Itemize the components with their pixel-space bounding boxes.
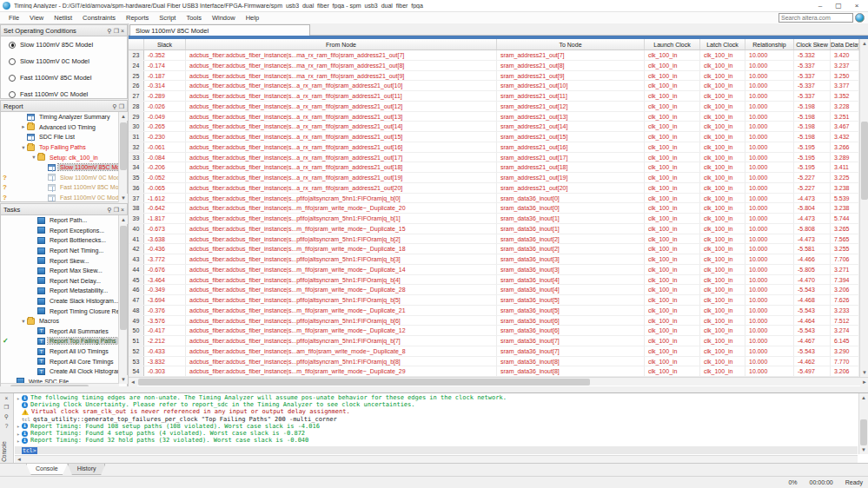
table-vscrollbar[interactable]: ▲ ▼ — [859, 39, 868, 377]
report-item[interactable]: Timing Analyzer Summary — [1, 112, 127, 122]
tasks-item[interactable]: TReport All Summaries — [1, 326, 127, 337]
table-row[interactable]: 30-0.265adcbus_fiber:adcbus_fiber_instan… — [129, 122, 860, 132]
menu-script[interactable]: Script — [154, 14, 181, 22]
tasks-item[interactable]: Report Skew... — [1, 255, 127, 266]
table-row[interactable]: 45-3.464adcbus_fiber:adcbus_fiber_instan… — [129, 275, 860, 286]
table-row[interactable]: 37-1.612adcbus_fiber:adcbus_fiber_instan… — [129, 194, 860, 204]
expander-icon[interactable]: ▸ — [15, 395, 22, 401]
tasks-item[interactable]: TReport All I/O Timings — [1, 346, 127, 357]
search-input[interactable] — [779, 13, 853, 23]
expander-icon[interactable]: ▸ — [20, 123, 27, 130]
close-icon[interactable]: × — [121, 207, 124, 213]
document-tab[interactable]: Slow 1100mV 85C Model — [129, 24, 310, 36]
table-row[interactable]: 39-1.817adcbus_fiber:adcbus_fiber_instan… — [129, 214, 860, 224]
report-scrollbar[interactable]: ▲ ▼ — [118, 112, 127, 202]
table-row[interactable]: 32-0.061adcbus_fiber:adcbus_fiber_instan… — [129, 142, 860, 153]
radio-icon[interactable] — [9, 91, 16, 98]
table-row[interactable]: 33-0.084adcbus_fiber:adcbus_fiber_instan… — [129, 153, 860, 163]
globe-icon[interactable] — [855, 13, 865, 23]
pin-icon[interactable]: ⚲ — [4, 413, 9, 420]
console-vscrollbar[interactable]: ▲ ▼ — [858, 393, 868, 454]
table-row[interactable]: 23-0.352adcbus_fiber:adcbus_fiber_instan… — [129, 50, 860, 61]
radio-icon[interactable] — [9, 75, 16, 82]
report-item[interactable]: Slow 1100mV 85C Model — [1, 162, 127, 173]
table-header[interactable]: SlackFrom NodeTo NodeLaunch ClockLatch C… — [129, 39, 860, 50]
console-message[interactable]: ▸iThe following timing edges are non-una… — [15, 394, 858, 401]
table-hscrollbar[interactable]: ◄ ► — [129, 377, 868, 386]
tasks-vscrollbar[interactable]: ▲ ▼ — [118, 215, 127, 384]
report-item[interactable]: ▾Top Failing Paths — [1, 142, 127, 153]
table-row[interactable]: 36-0.065adcbus_fiber:adcbus_fiber_instan… — [129, 183, 860, 194]
help-icon[interactable]: ? — [5, 423, 9, 429]
table-row[interactable]: 35-0.052adcbus_fiber:adcbus_fiber_instan… — [129, 173, 860, 183]
tasks-item[interactable]: TCreate All Clock Histograms — [1, 366, 127, 377]
table-row[interactable]: 43-3.772adcbus_fiber:adcbus_fiber_instan… — [129, 254, 860, 265]
console-message[interactable]: ▸iReport Timing: Found 32 hold paths (32… — [15, 437, 858, 444]
expander-icon[interactable]: ▾ — [20, 144, 27, 151]
column-header-from-node[interactable]: From Node — [186, 39, 497, 49]
table-row[interactable]: 31-0.230adcbus_fiber:adcbus_fiber_instan… — [129, 132, 860, 142]
menu-file[interactable]: File — [3, 14, 24, 22]
expander-icon[interactable]: ▾ — [20, 318, 27, 325]
table-row[interactable]: 48-0.376adcbus_fiber:adcbus_fiber_instan… — [129, 306, 860, 316]
maximize-button[interactable]: ▢ — [830, 1, 847, 11]
menu-netlist[interactable]: Netlist — [49, 14, 77, 22]
radio-icon[interactable] — [9, 42, 16, 49]
console-hscrollbar[interactable]: ◄ — [15, 455, 858, 463]
tasks-item[interactable]: TReport All Core Timings — [1, 356, 127, 366]
tasks-item[interactable]: Create Slack Histogram... — [1, 296, 127, 307]
console-message[interactable]: iDeriving Clock Uncertainty. Please refe… — [15, 401, 858, 408]
tab-console[interactable]: Console — [26, 464, 68, 475]
table-row[interactable]: 51-2.212adcbus_fiber:adcbus_fiber_instan… — [129, 336, 860, 346]
report-item[interactable]: ?Slow 1100mV 0C Model — [1, 173, 127, 183]
close-icon[interactable]: × — [5, 395, 9, 401]
tasks-item[interactable]: Report Metastability... — [1, 286, 127, 296]
table-row[interactable]: 54-0.303adcbus_fiber:adcbus_fiber_instan… — [129, 366, 860, 377]
report-item[interactable]: ?Fast 1100mV 85C Model — [1, 182, 127, 193]
minimize-button[interactable]: – — [812, 1, 829, 11]
tasks-item[interactable]: Report Max Skew... — [1, 266, 127, 276]
table-row[interactable]: 34-0.206adcbus_fiber:adcbus_fiber_instan… — [129, 162, 860, 173]
tasks-item[interactable]: Report Net Timing... — [1, 246, 127, 256]
tab-history[interactable]: History — [68, 464, 106, 475]
table-row[interactable]: 27-0.289adcbus_fiber:adcbus_fiber_instan… — [129, 91, 860, 102]
expander-icon[interactable]: ▸ — [15, 431, 22, 437]
table-row[interactable]: 52-0.433adcbus_fiber:adcbus_fiber_instan… — [129, 346, 860, 357]
float-icon[interactable]: ❐ — [119, 103, 124, 109]
table-row[interactable]: 29-0.049adcbus_fiber:adcbus_fiber_instan… — [129, 112, 860, 122]
table-row[interactable]: 41-3.638adcbus_fiber:adcbus_fiber_instan… — [129, 234, 860, 245]
table-row[interactable]: 49-3.576adcbus_fiber:adcbus_fiber_instan… — [129, 316, 860, 326]
table-row[interactable]: 44-0.676adcbus_fiber:adcbus_fiber_instan… — [129, 265, 860, 275]
column-header-data-delay[interactable]: Data Delay — [831, 39, 859, 49]
tasks-item[interactable]: Report Bottlenecks... — [1, 235, 127, 246]
pin-icon[interactable]: ⚲ — [107, 207, 111, 213]
menu-help[interactable]: Help — [241, 14, 264, 22]
expander-icon[interactable]: ▾ — [30, 154, 37, 161]
float-icon[interactable]: ❐ — [114, 28, 119, 34]
table-row[interactable]: 25-0.187adcbus_fiber:adcbus_fiber_instan… — [129, 71, 860, 82]
float-icon[interactable]: ❐ — [114, 207, 119, 213]
radio-icon[interactable] — [9, 58, 16, 65]
tasks-item[interactable]: Report Timing Closure Recommen — [1, 306, 127, 316]
table-row[interactable]: 28-0.026adcbus_fiber:adcbus_fiber_instan… — [129, 102, 860, 112]
table-row[interactable]: 24-0.174adcbus_fiber:adcbus_fiber_instan… — [129, 61, 860, 71]
table-row[interactable]: 38-0.642adcbus_fiber:adcbus_fiber_instan… — [129, 203, 860, 214]
console-prompt-row[interactable]: tcl> — [15, 446, 858, 454]
column-header-launch-clock[interactable]: Launch Clock — [645, 39, 700, 49]
column-header-latch-clock[interactable]: Latch Clock — [700, 39, 745, 49]
pin-icon[interactable]: ⚲ — [113, 103, 117, 109]
table-row[interactable]: 42-0.436adcbus_fiber:adcbus_fiber_instan… — [129, 244, 860, 254]
report-item[interactable]: ▸Advanced I/O Timing — [1, 122, 127, 133]
pin-icon[interactable]: ⚲ — [107, 28, 111, 34]
column-header-slack[interactable]: Slack — [144, 39, 186, 49]
float-icon[interactable]: ❐ — [4, 404, 10, 411]
expander-icon[interactable]: ▸ — [15, 438, 22, 444]
tasks-item[interactable]: ▾Macros — [1, 316, 127, 326]
tcl-prompt[interactable]: tcl> — [22, 447, 37, 454]
table-row[interactable]: 26-0.314adcbus_fiber:adcbus_fiber_instan… — [129, 81, 860, 91]
report-item[interactable]: ?Fast 1100mV 0C Model — [1, 193, 127, 201]
menu-window[interactable]: Window — [207, 14, 241, 22]
console-message[interactable]: ▸iReport Timing: Found 108 setup paths (… — [15, 423, 858, 430]
condition-option[interactable]: Fast 1100mV 85C Model — [1, 69, 127, 86]
menu-tools[interactable]: Tools — [181, 14, 207, 22]
